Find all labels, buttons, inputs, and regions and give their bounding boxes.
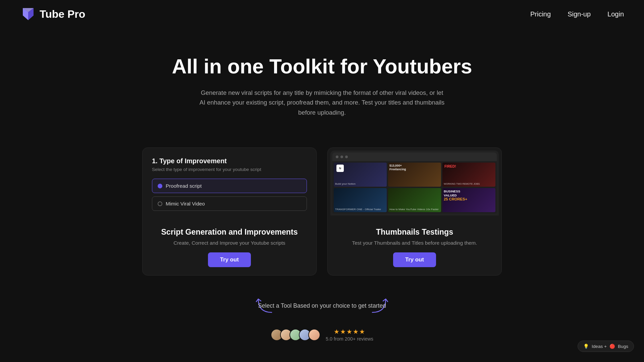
rating-info: ★ ★ ★ ★ ★ 5.0 from 200+ reviews xyxy=(326,328,373,342)
nav-signup[interactable]: Sign-up xyxy=(568,10,591,18)
thumbnails-try-button[interactable]: Try out xyxy=(393,252,436,267)
arrow-section: Select a Tool Based on your choice to ge… xyxy=(0,282,644,322)
option-mimic[interactable]: Mimic Viral Video xyxy=(152,196,307,211)
select-hint: Select a Tool Based on your choice to ge… xyxy=(255,302,389,309)
star-2: ★ xyxy=(340,328,346,336)
app-name: Tube Pro xyxy=(40,8,85,20)
thumb-item-3: FIRED! WORKING TWO REMOTE JOBS xyxy=(442,163,495,187)
thumb-item-6: BUSINESSVALUED25 CRORES+ xyxy=(442,188,495,212)
logo[interactable]: Tube Pro xyxy=(20,6,85,22)
nav-links: Pricing Sign-up Login xyxy=(530,10,624,18)
script-preview: 1. Type of Improvement Select the type o… xyxy=(143,148,316,221)
thumbnails-card-title: Thumbnails Testings xyxy=(337,228,492,237)
thumb-item-1: N Build your Notion xyxy=(334,163,387,187)
script-card-title: Script Generation and Improvements xyxy=(152,228,307,237)
thumb-item-5: How to Make YouTube Videos 10x Faster xyxy=(388,188,441,212)
bugs-label: Bugs xyxy=(618,344,628,349)
star-5: ★ xyxy=(359,328,365,336)
thumb-text-2: $13,000+Freelancing xyxy=(389,164,406,171)
thumb-browser: N Build your Notion $13,000+Freelancing … xyxy=(330,150,499,216)
script-try-button[interactable]: Try out xyxy=(208,252,251,267)
star-4: ★ xyxy=(353,328,359,336)
thumb-label-5: How to Make YouTube Videos 10x Faster xyxy=(389,208,440,211)
rating-text: 5.0 from 200+ reviews xyxy=(326,336,373,342)
script-card: 1. Type of Improvement Select the type o… xyxy=(142,147,317,276)
script-card-desc: Create, Correct and Improve your Youtube… xyxy=(152,240,307,246)
thumb-subtext-3: WORKING TWO REMOTE JOBS xyxy=(444,182,480,185)
arrow-container: Select a Tool Based on your choice to ge… xyxy=(241,296,402,316)
form-title: 1. Type of Improvement xyxy=(152,157,307,165)
thumbnails-card: N Build your Notion $13,000+Freelancing … xyxy=(327,147,502,276)
browser-dot-2 xyxy=(340,156,343,158)
thumbnails-card-bottom: Thumbnails Testings Test your Thumbnails… xyxy=(328,221,501,275)
rating-section: ★ ★ ★ ★ ★ 5.0 from 200+ reviews xyxy=(0,322,644,355)
star-1: ★ xyxy=(334,328,339,336)
bugs-icon: 🔴 xyxy=(609,344,615,349)
hero-section: All in one Toolkit for Youtubers Generat… xyxy=(0,28,644,131)
fade-overlay xyxy=(152,211,307,221)
ideas-label: Ideas + xyxy=(592,344,607,349)
thumb-label-1: Build your Notion xyxy=(335,182,385,186)
browser-dot-1 xyxy=(336,156,338,158)
option-mimic-label: Mimic Viral Video xyxy=(166,201,205,206)
nav-login[interactable]: Login xyxy=(607,10,624,18)
thumbnail-grid: N Build your Notion $13,000+Freelancing … xyxy=(332,161,497,214)
hero-title: All in one Toolkit for Youtubers xyxy=(67,55,577,78)
cards-section: 1. Type of Improvement Select the type o… xyxy=(0,131,644,282)
thumb-item-2: $13,000+Freelancing xyxy=(388,163,441,187)
browser-dot-3 xyxy=(345,156,348,158)
option-proofread-label: Proofread script xyxy=(166,183,202,189)
thumb-text-3: FIRED! xyxy=(444,165,456,168)
notion-icon: N xyxy=(336,165,344,172)
script-card-bottom: Script Generation and Improvements Creat… xyxy=(143,221,316,275)
thumbnails-card-desc: Test your Thumbnails and Titles before u… xyxy=(337,240,492,246)
thumb-text-6: BUSINESSVALUED25 CRORES+ xyxy=(444,189,467,201)
avatar-group xyxy=(271,329,320,341)
browser-bar xyxy=(332,153,497,161)
ideas-icon: 💡 xyxy=(583,344,589,349)
form-subtitle: Select the type of improvement for your … xyxy=(152,167,307,172)
logo-icon xyxy=(20,6,36,22)
thumb-label-4: TRANSFORMER ONE - Official Trailer xyxy=(335,208,385,211)
radio-dot-filled xyxy=(158,184,162,188)
feedback-button[interactable]: 💡 Ideas + 🔴 Bugs xyxy=(578,341,634,352)
avatar-5 xyxy=(308,329,320,341)
hero-subtitle: Generate new viral scripts for any title… xyxy=(198,88,446,117)
stars: ★ ★ ★ ★ ★ xyxy=(334,328,365,336)
option-proofread[interactable]: Proofread script xyxy=(152,179,307,193)
navbar: Tube Pro Pricing Sign-up Login xyxy=(0,0,644,28)
star-3: ★ xyxy=(346,328,352,336)
nav-pricing[interactable]: Pricing xyxy=(530,10,551,18)
thumb-item-4: TRANSFORMER ONE - Official Trailer xyxy=(334,188,387,212)
thumbnails-preview: N Build your Notion $13,000+Freelancing … xyxy=(328,148,501,221)
radio-dot-empty xyxy=(158,201,162,206)
